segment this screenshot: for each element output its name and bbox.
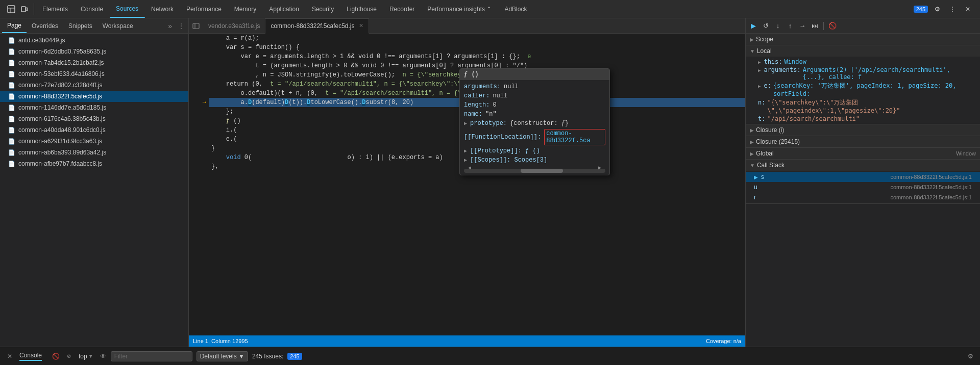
closure-25415-arrow: ▶ [750,139,754,145]
file-item[interactable]: 📄common-53ebf633.d4a16806.js [0,68,188,80]
line-numbers: → [189,34,209,335]
call-stack-name-u: u [754,184,757,191]
tab-sources[interactable]: Sources [110,0,145,18]
code-line: a = r(a); [209,34,745,43]
call-stack-item-r[interactable]: r common-88d3322f.5cafec5d.js:1 [746,192,980,202]
devtools-icon[interactable] [5,3,17,15]
popup-row-location: [[FunctionLocation]]: common-88d3322f.5c… [464,128,605,146]
topbar-right: 245 ⚙ ⋮ ✕ [914,3,978,15]
scope-e[interactable]: ▶ e: {searchKey: '万达集团', pageIndex: 1, p… [746,81,980,98]
scope-arguments[interactable]: ▶ arguments: Arguments(2) ['/api/search/… [746,66,980,81]
file-item[interactable]: 📄common-1146dd7e.a5d0d185.js [0,102,188,113]
file-item[interactable]: 📄common-a629f31d.9fcc3a63.js [0,136,188,147]
device-toolbar-icon[interactable] [18,3,31,15]
file-item[interactable]: 📄common-88d3322f.5cafec5d.js [0,91,188,102]
continue-to-here-button[interactable]: ⏭ [809,20,820,32]
tab-adblock[interactable]: AdBlock [498,0,533,18]
sidebar-toggle-button[interactable] [189,19,203,33]
tab-elements[interactable]: Elements [36,0,75,18]
file-item[interactable]: 📄common-a40dda48.901c6dc0.js [0,124,188,136]
deactivate-breakpoints-button[interactable]: 🚫 [827,20,838,32]
code-area: vendor.e3ea3f1e.js common-88d3322f.5cafe… [189,18,745,347]
sidebar-tabs-more[interactable]: » [165,22,175,30]
console-tab[interactable]: Console [19,352,42,361]
popup-scroll-left[interactable]: ◀ [468,165,471,171]
tab-lighthouse[interactable]: Lighthouse [340,0,383,18]
tab-application[interactable]: Application [263,0,306,18]
tab-security[interactable]: Security [306,0,340,18]
code-tab-vendor[interactable]: vendor.e3ea3f1e.js [203,18,265,34]
file-item[interactable]: 📄common-afbe97b7.fdaabcc8.js [0,158,188,169]
sidebar-tab-workspace[interactable]: Workspace [97,18,138,33]
call-stack-header[interactable]: ▼ Call Stack [746,160,980,171]
svg-rect-2 [26,8,28,11]
closure-i-header[interactable]: ▶ Closure (i) [746,124,980,136]
tab-performance[interactable]: Performance [180,0,228,18]
step-into-button[interactable]: ↓ [772,20,783,32]
file-icon: 📄 [8,161,15,167]
console-settings-button[interactable]: ⚙ [965,351,976,362]
tab-performance-insights[interactable]: Performance insights ⌃ [421,0,498,18]
more-button[interactable]: ⋮ [946,3,959,15]
resume-button[interactable]: ▶ [748,20,759,32]
scope-arrow: ▶ [750,37,754,42]
global-header[interactable]: ▶ Global Window [746,148,980,159]
tab-memory[interactable]: Memory [228,0,263,18]
closure-25415-header[interactable]: ▶ Closure (25415) [746,136,980,147]
sidebar-tab-snippets[interactable]: Snippets [63,18,97,33]
popup-row-scopes[interactable]: ▶ [[Scopes]]: Scopes[3] [464,155,605,165]
popup-scrollbar[interactable]: ◀ ▶ [464,169,605,173]
call-stack-item-s[interactable]: ▶ s common-88d3322f.5cafec5d.js:1 [746,172,980,182]
sidebar-tab-page[interactable]: Page [2,18,27,33]
code-tab-common[interactable]: common-88d3322f.5cafec5d.js ✕ [265,18,369,34]
scope-this[interactable]: ▶ this: Window [746,58,980,66]
scope-header[interactable]: ▶ Scope [746,34,980,45]
step-out-button[interactable]: ↑ [785,20,796,32]
console-filter-input[interactable] [111,351,192,361]
issues-count-badge[interactable]: 245 [287,353,302,360]
function-location-link[interactable]: common-88d3322f.5ca [544,129,605,145]
show-sidebar-button[interactable]: 👁 [97,351,109,362]
code-tab-close-button[interactable]: ✕ [359,22,363,29]
scope-t[interactable]: t: "/api/search/searchmulti" [746,115,980,123]
debugger-toolbar: ▶ ↺ ↓ ↑ → ⏭ 🚫 [746,18,980,34]
file-icon: 📄 [8,116,15,122]
settings-button[interactable]: ⚙ [931,3,943,15]
devtools-icons [2,3,34,15]
file-item[interactable]: 📄antd.ce3b0449.js [0,35,188,46]
file-item[interactable]: 📄common-7ab4dc15.2b1cbaf2.js [0,57,188,68]
popup-row-proto2[interactable]: ▶ [[Prototype]]: ƒ () [464,146,605,155]
call-stack-item-u[interactable]: u common-88d3322f.5cafec5d.js:1 [746,182,980,192]
sidebar-kebab-menu[interactable]: ⋮ [176,22,186,30]
scope-n[interactable]: n: "{\"searchkey\":\"万达集团\",\"pageindex\… [746,98,980,115]
code-tabs: vendor.e3ea3f1e.js common-88d3322f.5cafe… [189,18,745,34]
file-icon: 📄 [8,149,15,156]
call-stack-file-r: common-88d3322f.5cafec5d.js:1 [890,194,972,200]
top-dropdown-arrow[interactable]: ▼ [88,353,93,359]
tab-network[interactable]: Network [145,0,180,18]
sidebar-tab-overrides[interactable]: Overrides [27,18,63,33]
local-header[interactable]: ▼ Local [746,45,980,57]
file-icon: 📄 [8,138,15,145]
preserve-log-button[interactable]: ⊘ [63,351,75,362]
local-section: ▼ Local ▶ this: Window ▶ arguments: Argu… [746,45,980,124]
file-item[interactable]: 📄common-6176c4a6.38b5c43b.js [0,113,188,124]
scope-title: Scope [756,36,773,43]
log-levels-dropdown[interactable]: Default levels ▼ [197,351,248,361]
file-item[interactable]: 📄common-6d2ddbd0.795a8635.js [0,46,188,57]
console-controls: 🚫 ⊘ top ▼ 👁 [50,351,192,362]
tab-console[interactable]: Console [75,0,110,18]
global-title: Global [756,150,774,157]
popup-scroll-right[interactable]: ▶ [598,165,601,171]
step-button[interactable]: → [797,20,808,32]
tab-recorder[interactable]: Recorder [383,0,421,18]
clear-console-button[interactable]: 🚫 [50,351,61,362]
file-item[interactable]: 📄common-ab6ba393.89d63a42.js [0,147,188,158]
console-close-button[interactable]: ✕ [4,351,15,362]
popup-row-prototype[interactable]: ▶ prototype: {constructor: ƒ} [464,119,605,128]
toolbar-separator [823,22,824,30]
file-name: common-afbe97b7.fdaabcc8.js [18,160,102,167]
file-item[interactable]: 📄common-72e7d802.c328d4ff.js [0,80,188,91]
close-button[interactable]: ✕ [962,3,974,15]
step-over-button[interactable]: ↺ [760,20,771,32]
